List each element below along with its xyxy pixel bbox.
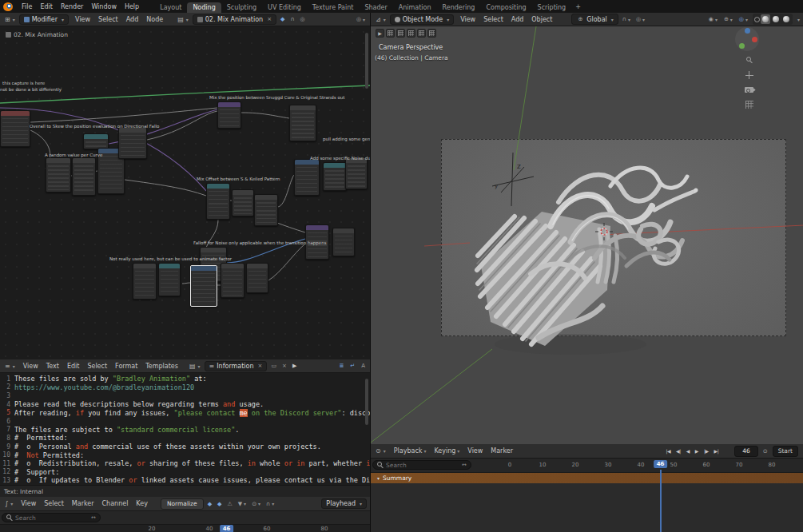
text-line[interactable]: 6	[0, 417, 370, 426]
tree-type-dropdown[interactable]: Modifier▾	[19, 14, 69, 25]
transport-next-keyframe[interactable]: |▶	[702, 447, 711, 455]
graph-node[interactable]	[232, 189, 254, 216]
zoom-icon[interactable]	[746, 57, 753, 63]
viewport-canvas[interactable]: Z y Camera Perspective (46) Collection |…	[371, 26, 803, 444]
menu-view[interactable]: View	[456, 15, 479, 24]
move-view-icon[interactable]	[745, 71, 753, 79]
snap-magnet-toggle[interactable]: ∩▾	[621, 15, 632, 23]
graph-node[interactable]	[345, 157, 368, 189]
graph-node[interactable]	[46, 157, 71, 193]
syntax-highlight-toggle[interactable]: A	[360, 362, 367, 370]
text-line[interactable]: 1These files are sold by "Bradley Animat…	[0, 375, 370, 383]
menu-select[interactable]: Select	[83, 362, 111, 371]
proportional-edit-toggle[interactable]: ◎▾	[634, 15, 646, 23]
menu-help[interactable]: Help	[121, 2, 143, 11]
workspace-tab-compositing[interactable]: Compositing	[480, 2, 531, 13]
transport-play[interactable]: ▶	[693, 447, 701, 455]
shading-solid-button[interactable]	[761, 14, 770, 24]
auto-keying-clock-icon[interactable]: ⊙	[761, 447, 769, 455]
text-line[interactable]: 12# Support:	[0, 468, 370, 477]
run-script-button[interactable]: ▶	[291, 362, 298, 370]
only-selected-toggle[interactable]: ◆	[216, 500, 223, 508]
visibility-dropdown[interactable]: ◉▾	[707, 15, 719, 23]
text-line[interactable]: 8# Permitted:	[0, 434, 370, 443]
menu-render[interactable]: Render	[57, 2, 87, 11]
normalize-button[interactable]: Normalize	[161, 498, 204, 510]
empty-object-axes[interactable]	[492, 153, 534, 206]
current-frame-field[interactable]: 46	[734, 446, 758, 457]
proportional-toggle[interactable]: ◎	[299, 15, 307, 23]
transport-jump-to-start[interactable]: |◀	[663, 447, 673, 455]
graph-node[interactable]	[323, 162, 347, 191]
grid-tool-icon[interactable]	[396, 29, 405, 38]
timeline-body[interactable]	[371, 483, 803, 532]
playhead-badge[interactable]: 46	[220, 525, 234, 532]
graph-node[interactable]	[0, 110, 30, 147]
graph-node[interactable]	[246, 263, 268, 293]
workspace-tab-animation[interactable]: Animation	[393, 2, 437, 13]
mode-dropdown[interactable]: Object Mode▾	[390, 14, 454, 25]
text-line[interactable]: 11# o Redistribution, resale, or sharing…	[0, 459, 370, 468]
graph-node[interactable]	[83, 133, 109, 149]
blender-logo-icon[interactable]	[3, 2, 13, 11]
playhead-badge[interactable]: 46	[654, 460, 668, 468]
menu-keying[interactable]: Keying▾	[430, 447, 463, 455]
orientation-dropdown[interactable]: ⊕Global▾	[571, 14, 618, 25]
timeline-editor-type-button[interactable]: ⊙▾	[374, 447, 388, 455]
menu-view[interactable]: View	[17, 499, 40, 508]
graph-node[interactable]	[289, 105, 316, 141]
grid-tool-icon[interactable]	[417, 29, 426, 38]
menu-templates[interactable]: Templates	[141, 362, 182, 371]
nodetree-browse-button[interactable]: ▤▾	[176, 15, 190, 24]
text-scrollbar[interactable]	[365, 379, 368, 425]
workspace-tab-uv-editing[interactable]: UV Editing	[262, 2, 307, 13]
menu-marker[interactable]: Marker	[487, 447, 517, 455]
menu-edit[interactable]: Edit	[36, 2, 57, 11]
chevron-down-icon[interactable]: ▾	[797, 17, 800, 22]
playhead-dropdown[interactable]: Playhead▾	[321, 498, 367, 509]
menu-key[interactable]: Key	[132, 499, 152, 508]
text-line[interactable]: 5After reading, if you find any issues, …	[0, 408, 370, 417]
graph-node[interactable]	[294, 159, 320, 196]
text-line[interactable]: 10# Not Permitted:	[0, 451, 370, 459]
start-frame-field[interactable]: Start	[773, 446, 798, 457]
text-datablock[interactable]: ≡Information×	[205, 361, 268, 371]
menu-playback[interactable]: Playback▾	[390, 447, 431, 455]
overlays-dropdown[interactable]: ◎▾	[737, 15, 749, 23]
menu-view[interactable]: View	[19, 362, 42, 371]
graph-search-input[interactable]	[15, 514, 89, 522]
text-line[interactable]: 3	[0, 391, 370, 400]
workspace-tab-noding[interactable]: Noding	[187, 2, 221, 13]
menu-format[interactable]: Format	[111, 362, 141, 371]
gizmos-dropdown[interactable]: ⊕▾	[722, 15, 734, 23]
toggle-grid-icon[interactable]	[745, 101, 753, 109]
menu-window[interactable]: Window	[87, 2, 121, 11]
menu-view[interactable]: View	[463, 447, 487, 455]
node-editor-type-button[interactable]: ⊞▾	[3, 15, 17, 24]
shading-rendered-button[interactable]	[781, 14, 791, 24]
close-text-icon[interactable]: ×	[280, 362, 288, 370]
graph-node[interactable]	[221, 263, 244, 298]
graph-search-field[interactable]: ↔	[2, 513, 101, 522]
node-canvas[interactable]: 02. Mix Animation this capture is hereno…	[0, 26, 370, 359]
workspace-tab-layout[interactable]: Layout	[154, 2, 187, 13]
graph-node[interactable]	[158, 263, 181, 296]
nodetree-datablock[interactable]: 02. Mix Animation×	[193, 14, 276, 25]
expand-icon[interactable]: ↔	[91, 514, 96, 521]
graph-node[interactable]	[206, 183, 230, 220]
menu-node[interactable]: Node	[142, 15, 167, 24]
unlink-icon[interactable]: ×	[267, 16, 272, 22]
overlays-toggle[interactable]: ◎▾	[355, 15, 367, 23]
menu-text[interactable]: Text	[42, 362, 63, 371]
open-folder-icon[interactable]: ▭	[269, 362, 278, 370]
snap-magnet-icon[interactable]: ∩▾	[264, 500, 276, 508]
graph-node[interactable]	[133, 263, 157, 300]
expand-icon[interactable]: ↔	[462, 462, 467, 468]
grid-tool-icon[interactable]	[386, 29, 395, 38]
graph-editor-type-button[interactable]: ∫▾	[3, 499, 14, 508]
menu-add[interactable]: Add	[507, 15, 528, 24]
menu-object[interactable]: Object	[527, 15, 556, 24]
line-numbers-toggle[interactable]: ≣	[337, 362, 345, 370]
axis-z-handle[interactable]	[745, 28, 750, 34]
snap-toggle[interactable]: ∩	[288, 15, 296, 23]
